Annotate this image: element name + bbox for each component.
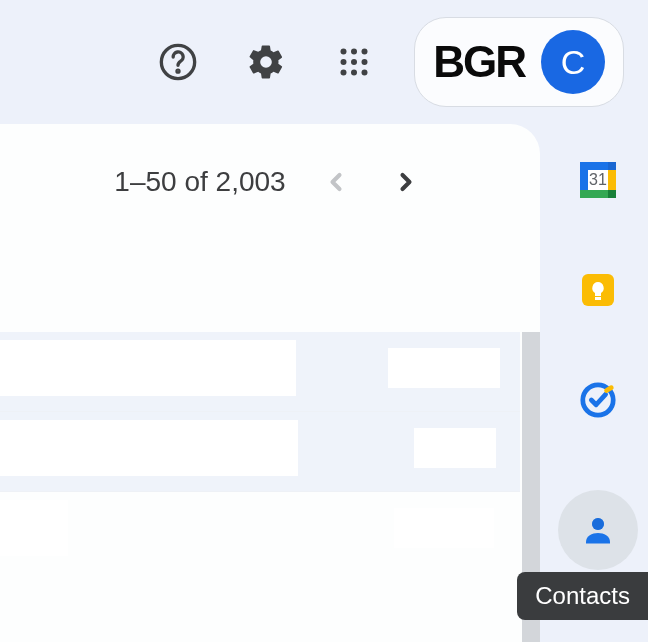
list-cell [0,500,68,556]
gear-icon[interactable] [246,42,286,82]
next-page-button[interactable] [386,162,426,202]
help-icon[interactable] [158,42,198,82]
svg-point-5 [341,59,347,65]
svg-point-2 [341,49,347,55]
svg-rect-17 [608,162,616,170]
list-cell [414,428,496,468]
tasks-icon[interactable] [578,380,618,420]
brand-logo: BGR [433,40,525,84]
svg-point-8 [341,70,347,76]
side-panel: 31 [548,124,648,642]
list-row[interactable] [0,412,520,492]
calendar-icon[interactable]: 31 [578,160,618,200]
list-row[interactable] [0,332,520,412]
pagination-text: 1–50 of 2,003 [114,166,285,198]
keep-icon[interactable] [578,270,618,310]
svg-point-6 [351,59,357,65]
calendar-day-text: 31 [589,171,607,188]
svg-point-1 [177,70,179,72]
svg-point-10 [362,70,368,76]
header-icons [158,42,374,82]
tooltip-text: Contacts [535,582,630,609]
contacts-button[interactable] [558,490,638,570]
list-rows [0,332,520,572]
list-cell [394,508,494,548]
svg-point-3 [351,49,357,55]
header: BGR C [0,0,648,124]
list-cell [388,348,500,388]
prev-page-button [316,162,356,202]
svg-point-7 [362,59,368,65]
list-cell [0,420,298,476]
svg-rect-16 [608,190,616,198]
svg-point-4 [362,49,368,55]
list-cell [0,340,296,396]
main-panel: 1–50 of 2,003 [0,124,540,642]
brand-box[interactable]: BGR C [414,17,624,107]
avatar-letter: C [561,43,586,82]
avatar[interactable]: C [541,30,605,94]
svg-rect-19 [595,297,601,300]
list-row[interactable] [0,492,520,572]
svg-point-22 [592,518,604,530]
apps-grid-icon[interactable] [334,42,374,82]
svg-point-9 [351,70,357,76]
pagination-bar: 1–50 of 2,003 [0,162,540,202]
tooltip-contacts: Contacts [517,572,648,620]
